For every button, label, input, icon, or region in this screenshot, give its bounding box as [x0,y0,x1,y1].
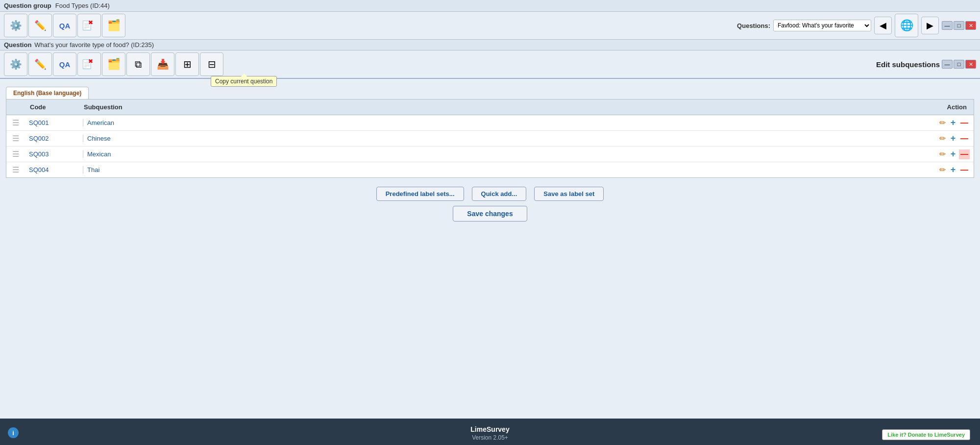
code-cell [25,147,79,162]
add-subq-button[interactable]: + [949,164,957,175]
delete-subq-button[interactable]: — [959,149,970,159]
delete-doc-icon: 📄✖ [81,20,97,31]
delete-subq-button[interactable]: — [959,118,970,128]
window-controls: — □ ✕ [942,21,976,30]
edit2-button[interactable]: ✏️ [28,52,52,76]
toolbar2-section: ⚙️ ✏️ QA 📄✖ 🗂️ ⧉ 📥 ⊞ [0,50,980,79]
import-icon: 📥 [157,58,169,70]
info-icon[interactable]: i [8,427,19,438]
main-content: English (Base language) Code Subquestion… [0,79,980,419]
restore2-button[interactable]: □ [954,60,964,69]
drag-handle-icon[interactable]: ☰ [10,166,21,174]
subquestion-input[interactable] [87,135,926,142]
subquestions-table-container: Code Subquestion Action ☰ ✏ + — ☰ [6,99,974,178]
delete2-doc-icon: 📄✖ [81,59,97,70]
delete2-doc-button[interactable]: 📄✖ [77,52,101,76]
minimize2-button[interactable]: — [942,60,953,69]
save-changes-button[interactable]: Save changes [453,206,527,222]
copy-icon: ⧉ [135,59,142,70]
edit-subq-button[interactable]: ✏ [938,149,947,159]
add-subq-button[interactable]: + [949,117,957,128]
close-icon: ✕ [969,23,973,29]
code-cell [25,115,79,131]
predefined-label-sets-button[interactable]: Predefined label sets... [376,187,464,201]
save-as-label-set-button[interactable]: Save as label set [534,187,604,201]
qa2-icon: QA [59,60,71,69]
restore-icon: □ [957,23,961,28]
code-input[interactable] [29,166,73,173]
overview-icon: 🌐 [900,19,913,32]
copy-tooltip: Copy current question [211,76,277,87]
lsg2-button[interactable]: 🗂️ [102,52,125,76]
subquestion-input-wrap [83,119,926,126]
pencil-icon: ✏️ [34,20,47,31]
edit-subq-button[interactable]: ✏ [938,118,947,128]
lsg-button[interactable]: 🗂️ [102,14,125,37]
nav-forward-button[interactable]: ▶ [921,17,939,34]
restore-button[interactable]: □ [954,21,964,30]
group-label: Question group [4,2,51,9]
edit-subq-button[interactable]: ✏ [938,165,947,175]
drag-cell: ☰ [6,115,25,131]
import-button[interactable]: 📥 [151,52,174,76]
grid-button[interactable]: ⊞ [175,52,199,76]
code-input[interactable] [29,150,73,158]
drag-handle-icon[interactable]: ☰ [10,119,21,127]
delete-subq-button[interactable]: — [959,134,970,144]
drag-handle-icon[interactable]: ☰ [10,150,21,158]
add-subq-button[interactable]: + [949,148,957,160]
table-header-row: Code Subquestion Action [6,99,974,115]
code-input[interactable] [29,135,73,142]
close2-button[interactable]: ✕ [965,60,976,69]
tooltip-text: Copy current question [215,78,272,85]
drag-handle-icon[interactable]: ☰ [10,134,21,143]
subquestion-input[interactable] [87,150,926,158]
settings-button[interactable]: ⚙️ [4,14,27,37]
qa-button[interactable]: QA [53,14,76,37]
edit-button[interactable]: ✏️ [28,14,52,37]
language-tabs: English (Base language) [0,84,980,99]
survey-overview-button[interactable]: 🌐 [895,14,918,37]
close2-icon: ✕ [969,61,973,68]
question-text: What's your favorite type of food? (ID:2… [34,41,154,49]
subquestion-cell [79,115,930,131]
close-button[interactable]: ✕ [965,21,976,30]
minimize-icon: — [945,23,950,28]
code-input[interactable] [29,119,73,126]
grid2-button[interactable]: ⊟ [200,52,223,76]
toolbar1-right: Questions: Favfood: What's your favorite… [737,14,976,37]
action-cell: ✏ + — [930,162,974,178]
tooltip-arrow [241,74,247,76]
settings2-button[interactable]: ⚙️ [4,52,27,76]
delete-doc-button[interactable]: 📄✖ [77,14,101,37]
action-cell: ✏ + — [930,147,974,162]
lsg-icon: 🗂️ [107,19,121,32]
table-row: ☰ ✏ + — [6,147,974,162]
grid2-icon: ⊟ [208,58,216,70]
label-set-buttons: Predefined label sets... Quick add... Sa… [0,187,980,201]
copy-question-button[interactable]: ⧉ [126,52,150,76]
app-name: LimeSurvey [470,425,509,433]
add-subq-button[interactable]: + [949,133,957,144]
subquestion-input-wrap [83,166,926,173]
subquestion-cell [79,162,930,178]
subquestion-input[interactable] [87,119,926,126]
nav-back-button[interactable]: ◀ [874,17,892,34]
edit-subquestions-heading: Edit subquestions [876,60,940,69]
questions-select[interactable]: Favfood: What's your favorite [773,20,871,31]
drag-col-header [6,99,25,115]
question-group-bar: Question group Food Types (ID:44) [0,0,980,12]
english-base-tab[interactable]: English (Base language) [6,87,89,99]
questions-label: Questions: [737,22,770,29]
code-cell [25,162,79,178]
donate-button[interactable]: Like it? Donate to LimeSurvey [882,429,970,440]
subquestion-input[interactable] [87,166,926,173]
minimize-button[interactable]: — [942,21,953,30]
restore2-icon: □ [957,61,961,67]
quick-add-button[interactable]: Quick add... [472,187,527,201]
qa2-button[interactable]: QA [53,52,76,76]
delete-subq-button[interactable]: — [959,165,970,175]
action-cell: ✏ + — [930,131,974,147]
subquestions-table: Code Subquestion Action ☰ ✏ + — ☰ [6,99,974,177]
edit-subq-button[interactable]: ✏ [938,133,947,144]
